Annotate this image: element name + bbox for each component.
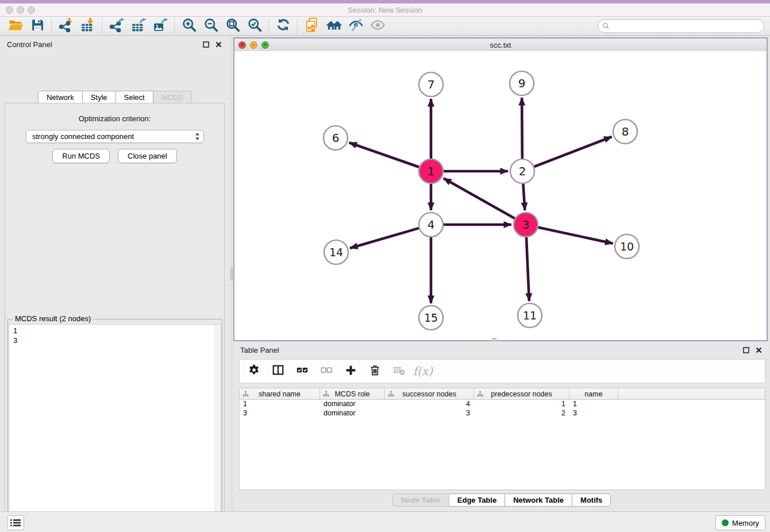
edge-3-1[interactable]: [444, 178, 515, 218]
close-panel-icon[interactable]: [214, 40, 223, 49]
cell-MCDS-role[interactable]: dominator: [320, 409, 385, 418]
control-panel: Control Panel NetworkStyleSelectMCDS Opt…: [0, 36, 230, 511]
columns-button[interactable]: [271, 364, 286, 379]
graph-node-10[interactable]: 10: [615, 234, 639, 259]
run-mcds-button[interactable]: Run MCDS: [52, 149, 110, 163]
add-row-button[interactable]: [343, 364, 358, 379]
cell-name[interactable]: 1: [569, 400, 618, 409]
delete-table-icon: [392, 364, 406, 379]
control-panel-title: Control Panel: [7, 40, 52, 49]
export-table-button[interactable]: [128, 17, 149, 34]
open-session-icon: [8, 17, 24, 35]
dropdown-stepper-icon: [195, 132, 200, 141]
graph-node-7[interactable]: 7: [419, 72, 443, 97]
edge-2-3[interactable]: [523, 184, 525, 210]
svg-text:9: 9: [518, 76, 526, 90]
column-header-successor-nodes[interactable]: successor nodes: [385, 388, 474, 399]
mcds-result-lines: 1 3: [9, 325, 221, 345]
memory-button[interactable]: Memory: [715, 515, 765, 530]
result-scrollbar[interactable]: [214, 325, 221, 532]
graph-node-9[interactable]: 9: [510, 71, 534, 95]
network-titlebar[interactable]: ✕ − + scc.txt: [234, 38, 767, 52]
column-header-name[interactable]: name: [569, 388, 618, 399]
table-row[interactable]: 3dominator323: [240, 409, 765, 418]
cell-predecessor-nodes[interactable]: 1: [474, 400, 569, 409]
export-network-icon: [109, 17, 125, 35]
tab-node-table[interactable]: Node Table: [392, 494, 449, 507]
mcds-result-textarea[interactable]: 1 3: [9, 324, 221, 532]
search-box[interactable]: [598, 19, 764, 33]
tab-edge-table[interactable]: Edge Table: [449, 494, 505, 507]
graph-node-11[interactable]: 11: [518, 303, 542, 327]
cell-successor-nodes[interactable]: 3: [385, 409, 474, 418]
cell-shared-name[interactable]: 3: [240, 409, 320, 418]
graph-node-15[interactable]: 15: [419, 306, 443, 330]
criterion-dropdown[interactable]: strongly connected component: [26, 130, 204, 143]
edge-3-11[interactable]: [526, 237, 529, 301]
mcds-tab-content: Optimization criterion: strongly connect…: [5, 103, 225, 532]
task-history-button[interactable]: [7, 515, 24, 530]
zoom-selected-button[interactable]: [244, 17, 265, 34]
column-header-predecessor-nodes[interactable]: predecessor nodes: [474, 388, 569, 399]
column-header-shared-name[interactable]: shared name: [240, 388, 320, 399]
cell-MCDS-role[interactable]: dominator: [320, 400, 385, 409]
search-icon: [602, 22, 610, 30]
network-graph-svg[interactable]: 7968124314101511: [234, 51, 765, 340]
zoom-selected-icon: [247, 17, 263, 35]
edge-4-14[interactable]: [350, 228, 419, 248]
graph-node-4[interactable]: 4: [419, 213, 443, 237]
import-network-button[interactable]: [55, 17, 77, 34]
table-row[interactable]: 1dominator411: [240, 400, 765, 409]
tab-network[interactable]: Network: [38, 91, 83, 104]
tab-select[interactable]: Select: [116, 91, 153, 104]
graph-node-8[interactable]: 8: [613, 119, 637, 144]
select-all-button[interactable]: [295, 364, 310, 379]
close-panel-button[interactable]: Close panel: [118, 149, 177, 163]
save-session-button[interactable]: [26, 17, 48, 34]
network-canvas[interactable]: 7968124314101511: [234, 51, 767, 340]
edge-3-10[interactable]: [538, 228, 613, 244]
edge-2-8[interactable]: [534, 137, 612, 167]
export-network-button[interactable]: [106, 17, 128, 34]
cell-shared-name[interactable]: 1: [240, 400, 320, 409]
splitter-grip[interactable]: [230, 268, 233, 280]
node-table[interactable]: shared nameMCDS rolesuccessor nodesprede…: [239, 388, 765, 490]
deselect-all-button[interactable]: [319, 364, 334, 379]
tab-motifs[interactable]: Motifs: [572, 494, 611, 507]
graph-node-6[interactable]: 6: [324, 126, 348, 150]
table-close-icon[interactable]: [754, 345, 763, 354]
open-session-button[interactable]: [5, 17, 26, 34]
column-header-MCDS-role[interactable]: MCDS role: [320, 388, 385, 399]
table-float-icon[interactable]: [741, 345, 750, 354]
graph-node-14[interactable]: 14: [324, 240, 348, 264]
first-neighbors-button[interactable]: [323, 17, 345, 34]
duplicate-network-button[interactable]: [301, 17, 323, 34]
float-panel-icon[interactable]: [201, 40, 210, 49]
hide-selected-button[interactable]: [345, 17, 367, 34]
graph-node-1[interactable]: 1: [419, 159, 443, 183]
tab-mcds[interactable]: MCDS: [153, 91, 192, 104]
import-network-icon: [59, 17, 74, 35]
edge-2-9[interactable]: [522, 98, 522, 159]
delete-row-button[interactable]: [367, 364, 382, 379]
zoom-out-button[interactable]: [200, 17, 222, 34]
refresh-button[interactable]: [272, 17, 294, 34]
fit-content-button[interactable]: [222, 17, 244, 34]
columns-icon: [272, 364, 284, 379]
tab-network-table[interactable]: Network Table: [505, 494, 572, 507]
export-image-button[interactable]: [149, 17, 171, 34]
search-input[interactable]: [612, 21, 764, 30]
cell-predecessor-nodes[interactable]: 2: [474, 409, 569, 418]
tab-style[interactable]: Style: [83, 91, 116, 104]
gear-button[interactable]: [247, 364, 261, 379]
import-table-button[interactable]: [77, 17, 99, 34]
zoom-in-button[interactable]: [178, 17, 200, 34]
cell-successor-nodes[interactable]: 4: [385, 400, 474, 409]
node-table-body: 1dominator4113dominator323: [240, 400, 765, 418]
svg-text:8: 8: [622, 125, 629, 138]
cell-name[interactable]: 3: [569, 409, 618, 418]
edge-1-6[interactable]: [349, 142, 419, 167]
horizontal-splitter-grip[interactable]: [492, 338, 496, 341]
graph-node-2[interactable]: 2: [510, 159, 534, 183]
graph-node-3[interactable]: 3: [514, 213, 538, 237]
